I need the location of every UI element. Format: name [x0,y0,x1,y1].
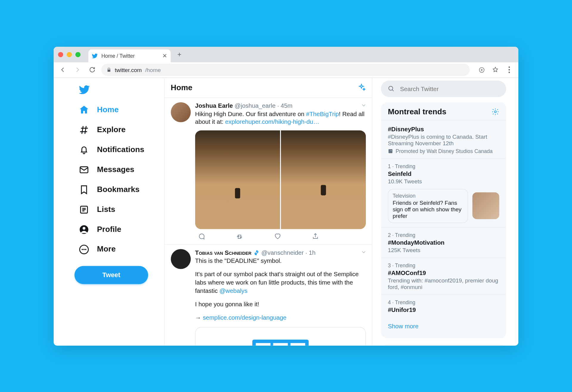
nav-back-button[interactable] [57,64,69,75]
nav-profile[interactable]: Profile [74,220,161,239]
search-input[interactable] [400,85,499,92]
timeline-header: Home [165,78,372,98]
nav-bookmarks[interactable]: Bookmarks [74,180,161,199]
chevron-down-icon [360,102,366,108]
browser-menu-button[interactable] [503,64,515,75]
twitter-bird-icon [79,84,90,95]
avatar[interactable] [171,249,191,269]
trend-rank: 4 · Trending [388,299,499,305]
nav-explore[interactable]: Explore [74,120,161,139]
trend-name: #AMOConf19 [388,269,499,276]
tweet-text: Hiking High Dune. Our first adventure on… [195,110,366,126]
tweet-image[interactable] [195,130,280,229]
trend-related[interactable]: Television Friends or Seinfeld? Fans sig… [381,189,506,227]
tweet-link[interactable]: explorehuper.com/hiking-high-du… [225,118,319,125]
top-tweets-button[interactable] [357,83,366,92]
minimize-window-button[interactable] [67,52,72,57]
reload-icon [89,66,96,73]
sidebar: Home Explore Notifications Messages Book… [54,78,164,345]
trend-item[interactable]: 4 · Trending #Unifor19 [381,294,506,318]
arrow-left-icon [59,66,66,73]
trend-name: Seinfeld [388,170,499,177]
twitter-favicon-icon [92,53,98,59]
avatar[interactable] [171,102,191,122]
retweet-button[interactable] [235,233,244,241]
nav-label: Profile [97,225,122,234]
tweet-hashtag[interactable]: #TheBigTrip [306,110,339,117]
browser-tabbar: Home / Twitter ✕ + [54,47,518,62]
tweet-image[interactable] [281,130,366,229]
timeline-body[interactable]: Joshua Earle @joshua_earle · 45m Hiking … [165,98,372,345]
who-to-follow-card: Who to follow [381,344,506,345]
new-tab-button[interactable]: + [173,48,186,60]
tweet-author-name: Tobias van Schneider [195,249,251,256]
tweet-button[interactable]: Tweet [74,266,148,284]
tweet-menu-button[interactable] [360,102,366,108]
more-icon [79,244,89,254]
trends-settings-button[interactable] [492,108,499,115]
trends-card: Montreal trends #DisneyPlus #DisneyPlus … [381,102,506,338]
tweet-time: 1h [309,249,315,256]
trend-name: #Unifor19 [388,306,499,313]
reply-button[interactable] [198,233,205,241]
nav-more[interactable]: More [74,240,161,259]
trends-title: Montreal trends [388,107,446,116]
tweet-mention[interactable]: @webalys [219,287,247,294]
trend-item[interactable]: 2 · Trending #MondayMotivation 125K Twee… [381,227,506,257]
tab-title: Home / Twitter [101,53,159,59]
nav-label: Messages [97,165,134,174]
trend-promoted: Promoted by Walt Disney Studios Canada [396,148,492,154]
mail-icon [79,164,89,175]
tab-close-icon[interactable]: ✕ [162,52,167,59]
svg-point-7 [83,227,85,229]
sparkle-icon [357,83,366,92]
tweet-link[interactable]: semplice.com/design-language [203,314,286,321]
browser-window: Home / Twitter ✕ + twitter.com/home [54,47,518,346]
nav-home[interactable]: Home [74,100,161,119]
svg-point-9 [82,249,83,250]
trend-item[interactable]: #DisneyPlus #DisneyPlus is coming to Can… [381,120,506,158]
nav-notifications[interactable]: Notifications [74,140,161,159]
nav-lists[interactable]: Lists [74,200,161,219]
nav-forward-button[interactable] [72,64,83,75]
tweet[interactable]: Joshua Earle @joshua_earle · 45m Hiking … [165,98,372,245]
bookmark-icon [79,184,89,195]
reply-icon [198,233,205,240]
nav-label: More [97,245,116,254]
nav-reload-button[interactable] [87,64,98,75]
url-path: /home [145,66,161,73]
kebab-icon [508,66,510,73]
share-button[interactable] [312,233,319,241]
address-bar[interactable]: twitter.com/home [101,64,470,76]
tweet-menu-button[interactable] [360,249,366,255]
trends-show-more[interactable]: Show more [381,318,506,334]
tweet-text: This is the "DEADLINE" symbol. It's part… [195,257,366,321]
nav-label: Home [97,105,119,115]
retweet-icon [235,233,244,241]
trend-item[interactable]: 1 · Trending Seinfeld 10.9K Tweets [381,158,506,189]
install-app-button[interactable] [476,64,487,75]
browser-tab[interactable]: Home / Twitter ✕ [88,49,171,62]
lock-icon [107,67,111,72]
arrow-right-icon [74,66,81,73]
svg-point-12 [389,86,393,90]
tweet[interactable]: Tobias van Schneider @vanschneider · 1h … [165,245,372,346]
search-box[interactable] [381,80,506,97]
twitter-logo[interactable] [74,80,161,99]
close-window-button[interactable] [58,52,63,57]
tweet-card[interactable] [195,327,366,345]
star-icon [492,66,499,73]
bookmark-star-button[interactable] [490,64,501,75]
trend-item[interactable]: 3 · Trending #AMOConf19 Trending with: #… [381,257,506,294]
related-headline: Friends or Seinfeld? Fans sign off on wh… [393,199,463,219]
related-thumbnail [472,192,499,219]
tweet-media[interactable] [195,130,366,229]
profile-icon [79,224,89,235]
right-sidebar: Montreal trends #DisneyPlus #DisneyPlus … [372,78,518,345]
symbol-graphic [252,339,309,345]
trend-meta: #DisneyPlus is coming to Canada. Start S… [388,133,499,146]
nav-messages[interactable]: Messages [74,160,161,179]
like-button[interactable] [274,233,281,241]
trend-meta: Trending with: #amoconf2019, premier dou… [388,277,499,290]
maximize-window-button[interactable] [75,52,80,57]
